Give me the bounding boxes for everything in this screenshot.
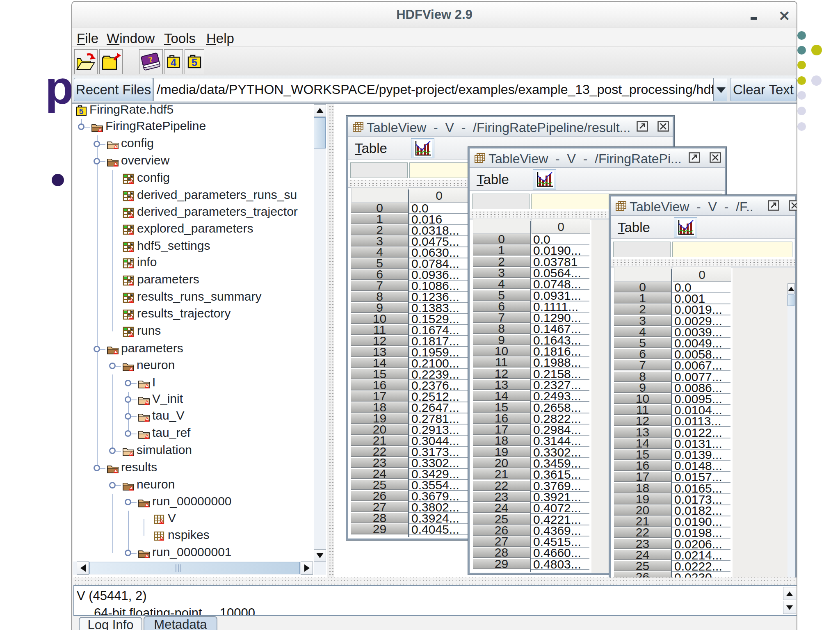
svg-text:5: 5 bbox=[79, 107, 84, 116]
svg-text:4: 4 bbox=[171, 56, 176, 68]
svg-text:5: 5 bbox=[192, 56, 197, 68]
